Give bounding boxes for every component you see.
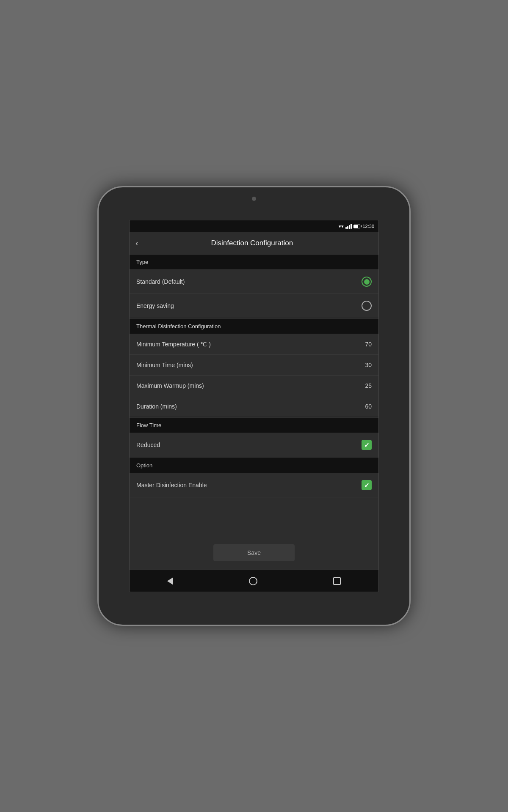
check-icon-reduced: ✓ [364, 442, 370, 448]
radio-energy-saving[interactable] [362, 301, 372, 311]
app-bar: ‹ Disinfection Configuration [130, 232, 378, 254]
save-button[interactable]: Save [213, 544, 295, 561]
back-button[interactable]: ‹ [135, 236, 142, 250]
row-label-min-time: Minimum Time (mins) [136, 362, 193, 368]
tablet-device: ▾▾ 12:30 ‹ Disinfection Configuration [97, 186, 411, 626]
row-value-min-temp: 70 [365, 341, 372, 348]
checkbox-master-disinfection[interactable]: ✓ [362, 480, 372, 490]
camera [252, 197, 256, 201]
row-label-min-temp: Minimum Temperature ( ℃ ) [136, 341, 211, 348]
content-area: Type Standard (Default) Energy saving Th… [130, 254, 378, 570]
row-label-standard: Standard (Default) [136, 278, 185, 285]
row-duration[interactable]: Duration (mins) 60 [130, 396, 378, 417]
nav-back-button[interactable] [167, 577, 173, 585]
row-label-reduced: Reduced [136, 442, 160, 448]
status-bar: ▾▾ 12:30 [130, 220, 378, 232]
check-icon-master-disinfection: ✓ [364, 482, 370, 488]
section-header-type: Type [130, 254, 378, 270]
row-label-master-disinfection: Master Disinfection Enable [136, 482, 207, 488]
row-value-max-warmup: 25 [365, 382, 372, 389]
battery-icon [353, 225, 361, 228]
row-standard[interactable]: Standard (Default) [130, 270, 378, 294]
row-label-energy-saving: Energy saving [136, 302, 174, 309]
row-label-max-warmup: Maximum Warmup (mins) [136, 382, 204, 389]
row-min-temp[interactable]: Minimum Temperature ( ℃ ) 70 [130, 334, 378, 355]
row-max-warmup[interactable]: Maximum Warmup (mins) 25 [130, 376, 378, 396]
checkbox-reduced[interactable]: ✓ [362, 440, 372, 450]
nav-bar [130, 570, 378, 592]
signal-icon [345, 224, 352, 229]
content-spacer [130, 497, 378, 536]
tablet-screen: ▾▾ 12:30 ‹ Disinfection Configuration [129, 220, 379, 592]
row-master-disinfection[interactable]: Master Disinfection Enable ✓ [130, 473, 378, 497]
row-min-time[interactable]: Minimum Time (mins) 30 [130, 355, 378, 376]
section-header-flow-time: Flow Time [130, 417, 378, 433]
radio-standard[interactable] [362, 277, 372, 287]
wifi-icon: ▾▾ [339, 224, 344, 229]
save-area: Save [130, 536, 378, 570]
row-label-duration: Duration (mins) [136, 403, 177, 410]
nav-recents-button[interactable] [333, 577, 341, 585]
row-energy-saving[interactable]: Energy saving [130, 294, 378, 318]
nav-home-button[interactable] [249, 577, 257, 585]
section-header-thermal: Thermal Disinfection Configuration [130, 318, 378, 334]
row-value-min-time: 30 [365, 362, 372, 368]
radio-inner-standard [364, 279, 370, 285]
section-header-option: Option [130, 458, 378, 473]
row-reduced[interactable]: Reduced ✓ [130, 433, 378, 458]
row-value-duration: 60 [365, 403, 372, 410]
status-time: 12:30 [362, 224, 374, 229]
page-title: Disinfection Configuration [142, 239, 362, 247]
